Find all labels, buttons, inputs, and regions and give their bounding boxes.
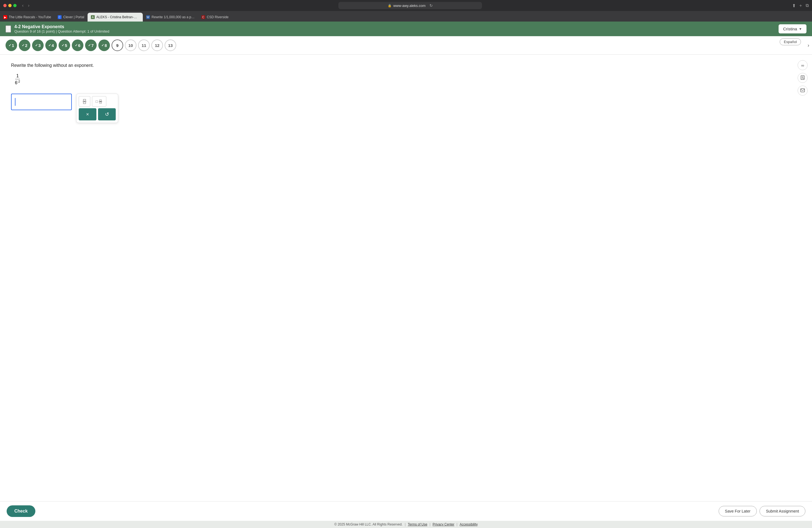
question-13-button[interactable]: 13 — [164, 40, 176, 51]
mixed-fraction-button[interactable]: □ — [92, 96, 106, 107]
tab-word-label: Rewrite 1/1,000,000 as a power of 10. — [151, 15, 195, 19]
question-10-button[interactable]: 10 — [125, 40, 136, 51]
mf-frac-top — [99, 99, 102, 101]
user-name: Cristina — [783, 27, 797, 31]
tab-clever-label: Clever | Portal — [63, 15, 84, 19]
undo-button[interactable]: ↺ — [98, 108, 116, 120]
question-12-button[interactable]: 12 — [151, 40, 163, 51]
close-window-button[interactable] — [3, 4, 6, 7]
check-button[interactable]: Check — [6, 505, 35, 517]
menu-button[interactable]: ☰ — [5, 25, 11, 33]
question-9-button[interactable]: 9 — [112, 40, 123, 51]
separator-2: | — [430, 523, 430, 526]
tab-word[interactable]: W Rewrite 1/1,000,000 as a power of 10. — [143, 13, 198, 21]
back-button[interactable]: ‹ — [21, 2, 25, 9]
forward-button[interactable]: › — [27, 2, 30, 9]
header-title-section: 4-2 Negative Exponents Question 9 of 16 … — [14, 24, 110, 33]
clear-button[interactable]: × — [79, 108, 97, 120]
question-info: Question 9 of 16 (1 point) | Question At… — [14, 29, 110, 33]
save-for-later-button[interactable]: Save For Later — [719, 506, 757, 516]
notes-button[interactable] — [798, 73, 808, 83]
tab-youtube[interactable]: ▶ The Little Rascals - YouTube — [0, 13, 54, 21]
tab-aleks[interactable]: A ALEKS - Cristina Beltran-Giudice - 4-2… — [88, 13, 143, 21]
tab-youtube-label: The Little Rascals - YouTube — [9, 15, 51, 19]
keyboard-row-1: □ — [79, 96, 116, 107]
text-cursor — [15, 98, 15, 106]
tab-clever[interactable]: C Clever | Portal — [54, 13, 88, 21]
chevron-down-icon: ▼ — [799, 27, 802, 31]
question-1-button[interactable]: ✓1 — [5, 40, 17, 51]
keyboard-row-2: × ↺ — [79, 108, 116, 120]
terms-of-use-link[interactable]: Terms of Use — [408, 523, 427, 526]
browser-chrome: ‹ › 🔒 www-awy.aleks.com ↻ ⬆ ＋ ⧉ — [0, 0, 812, 11]
question-6-button[interactable]: ✓6 — [72, 40, 83, 51]
minimize-window-button[interactable] — [8, 4, 12, 7]
answer-section: □ × ↺ — [11, 93, 801, 123]
sidebar-tools: ∞ — [798, 60, 808, 96]
math-expression: 1 6-2 — [14, 73, 801, 85]
browser-action-buttons: ⬆ ＋ ⧉ — [792, 3, 809, 9]
browser-navigation: ‹ › — [21, 2, 31, 9]
copyright-bar: © 2025 McGraw Hill LLC. All Rights Reser… — [0, 521, 812, 528]
question-2-button[interactable]: ✓2 — [19, 40, 30, 51]
reload-icon[interactable]: ↻ — [430, 3, 433, 8]
privacy-center-link[interactable]: Privacy Center — [433, 523, 454, 526]
infinity-icon: ∞ — [801, 63, 804, 68]
fraction-denominator: 6-2 — [14, 79, 21, 85]
address-bar[interactable]: 🔒 www-awy.aleks.com ↻ — [338, 2, 482, 9]
copyright-text: © 2025 McGraw Hill LLC. All Rights Reser… — [334, 523, 402, 526]
tab-csd[interactable]: C CSD Riverside — [198, 13, 232, 21]
assignment-title: 4-2 Negative Exponents — [14, 24, 110, 29]
question-4-button[interactable]: ✓4 — [45, 40, 57, 51]
frac-line — [83, 101, 86, 102]
tab-overview-button[interactable]: ⧉ — [806, 3, 809, 9]
accessibility-link[interactable]: Accessibility — [460, 523, 478, 526]
lock-icon: 🔒 — [388, 4, 392, 8]
csd-favicon: C — [201, 15, 205, 19]
frac-top — [83, 99, 86, 101]
fraction-base: 6 — [15, 80, 17, 85]
espanol-button[interactable]: Español — [780, 39, 801, 45]
browser-tabs: ▶ The Little Rascals - YouTube C Clever … — [0, 11, 812, 21]
mf-frac-bot — [99, 102, 102, 104]
word-favicon: W — [146, 15, 150, 19]
maximize-window-button[interactable] — [13, 4, 17, 7]
app-container: ☰ 4-2 Negative Exponents Question 9 of 1… — [0, 21, 812, 528]
user-menu-button[interactable]: Cristina ▼ — [779, 24, 807, 33]
footer-bar: Check Save For Later Submit Assignment — [0, 501, 812, 521]
nav-next-button[interactable]: › — [808, 43, 809, 48]
tab-csd-label: CSD Riverside — [207, 15, 229, 19]
question-8-button[interactable]: ✓8 — [98, 40, 110, 51]
mail-button[interactable] — [798, 86, 808, 96]
calculator-button[interactable]: ∞ — [798, 60, 808, 70]
fraction-numerator: 1 — [15, 73, 20, 79]
app-header: ☰ 4-2 Negative Exponents Question 9 of 1… — [0, 21, 812, 36]
question-3-button[interactable]: ✓3 — [32, 40, 44, 51]
svg-rect-4 — [801, 89, 804, 92]
tab-aleks-label: ALEKS - Cristina Beltran-Giudice - 4-2 N… — [97, 15, 140, 19]
fraction-button[interactable] — [79, 96, 90, 107]
separator-1: | — [405, 523, 405, 526]
fraction-icon — [83, 99, 86, 104]
question-text: Rewrite the following without an exponen… — [11, 63, 801, 68]
browser-window-controls — [3, 4, 17, 7]
frac-bottom — [83, 102, 86, 104]
header-left: ☰ 4-2 Negative Exponents Question 9 of 1… — [5, 24, 110, 33]
clever-favicon: C — [58, 15, 62, 19]
fraction-expression: 1 6-2 — [14, 73, 21, 85]
url-text: www-awy.aleks.com — [393, 4, 425, 8]
main-content: Rewrite the following without an exponen… — [0, 55, 812, 501]
question-7-button[interactable]: ✓7 — [85, 40, 97, 51]
question-11-button[interactable]: 11 — [138, 40, 150, 51]
math-keyboard: □ × ↺ — [76, 93, 118, 123]
question-navigation: ✓1 ✓2 ✓3 ✓4 ✓5 ✓6 ✓7 ✓8 9 10 11 12 13 Es… — [0, 36, 812, 55]
new-tab-button[interactable]: ＋ — [798, 3, 803, 9]
footer-right-buttons: Save For Later Submit Assignment — [719, 506, 806, 516]
share-button[interactable]: ⬆ — [792, 3, 796, 9]
notes-icon — [800, 75, 805, 80]
answer-input-box[interactable] — [11, 93, 72, 110]
mf-frac-line — [99, 101, 102, 102]
fraction-exponent: -2 — [17, 80, 20, 83]
question-5-button[interactable]: ✓5 — [59, 40, 70, 51]
submit-assignment-button[interactable]: Submit Assignment — [759, 506, 806, 516]
